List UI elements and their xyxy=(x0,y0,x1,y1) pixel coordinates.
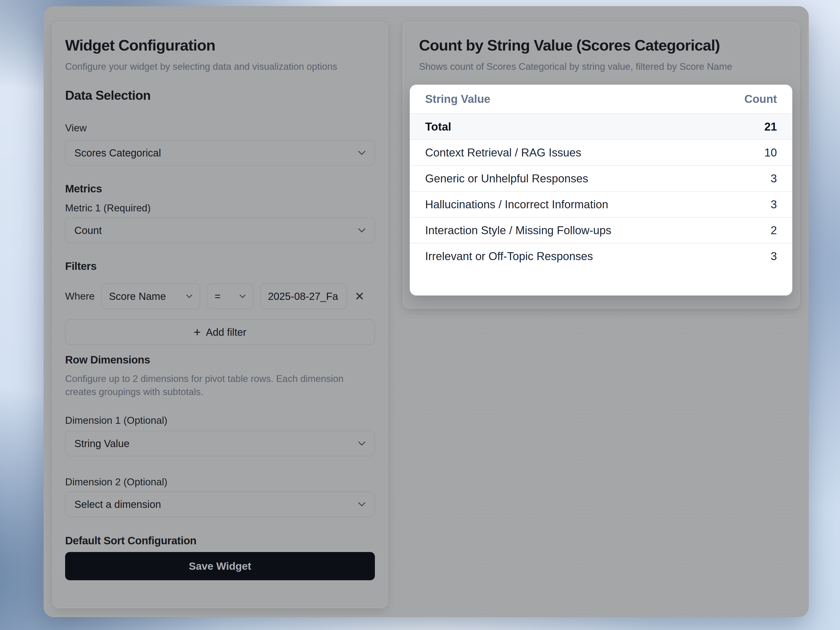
row-count: 3 xyxy=(771,172,777,185)
filter-value-input[interactable]: 2025-08-27_Fa xyxy=(260,283,347,309)
widget-preview-panel: Count by String Value (Scores Categorica… xyxy=(403,22,799,309)
table-row: Hallucinations / Incorrect Information 3 xyxy=(410,191,792,217)
widget-configuration-panel: Widget Configuration Configure your widg… xyxy=(52,22,388,608)
dimension2-label: Dimension 2 (Optional) xyxy=(65,476,375,488)
filter-operator-select[interactable]: = xyxy=(207,283,254,309)
chevron-down-icon xyxy=(186,294,193,299)
preview-title: Count by String Value (Scores Categorica… xyxy=(419,36,783,54)
row-dimensions-heading: Row Dimensions xyxy=(65,354,375,366)
default-sort-heading: Default Sort Configuration xyxy=(65,535,375,547)
filter-operator-value: = xyxy=(215,291,221,302)
table-row: Interaction Style / Missing Follow-ups 2 xyxy=(410,217,792,243)
table-total-row: Total 21 xyxy=(410,113,792,139)
metric1-select-value: Count xyxy=(74,225,102,236)
filter-field-value: Score Name xyxy=(109,291,166,302)
data-selection-heading: Data Selection xyxy=(65,88,375,103)
filters-heading: Filters xyxy=(65,260,375,272)
config-panel-title: Widget Configuration xyxy=(65,36,375,54)
dimension1-label: Dimension 1 (Optional) xyxy=(65,415,375,426)
preview-subtitle: Shows count of Scores Categorical by str… xyxy=(419,59,783,74)
view-select[interactable]: Scores Categorical xyxy=(65,140,375,166)
dimension2-select[interactable]: Select a dimension xyxy=(65,491,375,517)
table-header-row: String Value Count xyxy=(410,85,792,113)
row-label: Context Retrieval / RAG Issues xyxy=(425,146,581,159)
chevron-down-icon xyxy=(358,150,366,155)
row-count: 3 xyxy=(771,198,777,211)
row-dimensions-description: Configure up to 2 dimensions for pivot t… xyxy=(65,372,375,398)
chevron-down-icon xyxy=(239,294,246,299)
row-label: Generic or Unhelpful Responses xyxy=(425,172,588,185)
view-label: View xyxy=(65,122,375,134)
column-header-string-value: String Value xyxy=(425,93,490,105)
add-filter-button[interactable]: + Add filter xyxy=(65,319,375,345)
filter-where-label: Where xyxy=(65,291,95,302)
dimension1-select[interactable]: String Value xyxy=(65,431,375,456)
row-label: Hallucinations / Incorrect Information xyxy=(425,198,608,211)
total-row-count: 21 xyxy=(764,120,777,133)
row-count: 10 xyxy=(764,146,777,159)
plus-icon: + xyxy=(194,326,201,338)
row-count: 2 xyxy=(771,224,777,237)
row-label: Interaction Style / Missing Follow-ups xyxy=(425,224,611,237)
row-count: 3 xyxy=(771,250,777,263)
add-filter-label: Add filter xyxy=(206,326,246,338)
table-row: Context Retrieval / RAG Issues 10 xyxy=(410,139,792,165)
config-panel-subtitle: Configure your widget by selecting data … xyxy=(65,59,360,74)
total-row-label: Total xyxy=(425,120,451,133)
table-row: Irrelevant or Off-Topic Responses 3 xyxy=(410,243,792,269)
metrics-heading: Metrics xyxy=(65,183,375,195)
x-icon: ✕ xyxy=(355,290,365,303)
row-label: Irrelevant or Off-Topic Responses xyxy=(425,250,593,263)
table-row: Generic or Unhelpful Responses 3 xyxy=(410,165,792,191)
filter-field-select[interactable]: Score Name xyxy=(101,283,200,309)
dimension2-select-value: Select a dimension xyxy=(74,499,161,510)
metric1-select[interactable]: Count xyxy=(65,217,375,243)
preview-table-card: String Value Count Total 21 Context Retr… xyxy=(410,85,792,296)
filter-row: Where Score Name = 2025-08-27_Fa ✕ xyxy=(65,283,375,309)
dimension1-select-value: String Value xyxy=(74,438,129,450)
remove-filter-button[interactable]: ✕ xyxy=(354,289,366,303)
chevron-down-icon xyxy=(358,502,366,507)
metric1-label: Metric 1 (Required) xyxy=(65,203,375,214)
filter-value-text: 2025-08-27_Fa xyxy=(268,291,338,302)
widget-builder-dialog: Widget Configuration Configure your widg… xyxy=(44,6,809,617)
view-select-value: Scores Categorical xyxy=(74,147,161,159)
column-header-count: Count xyxy=(744,93,777,105)
chevron-down-icon xyxy=(358,228,366,233)
chevron-down-icon xyxy=(358,441,366,446)
save-widget-button[interactable]: Save Widget xyxy=(65,552,375,580)
